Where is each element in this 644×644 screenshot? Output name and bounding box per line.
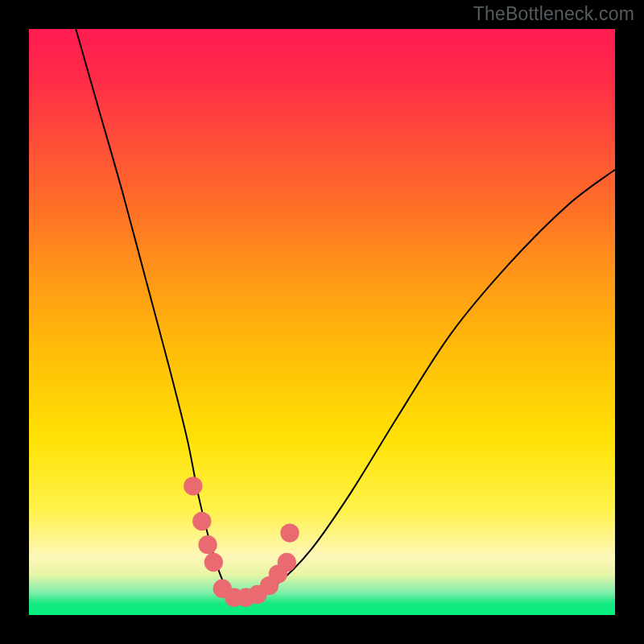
marker-left-1 — [184, 477, 202, 495]
marker-left-3 — [198, 535, 217, 554]
marker-right-3 — [278, 553, 296, 572]
curve-layer — [29, 29, 615, 615]
marker-left-4 — [204, 553, 223, 572]
chart-frame: TheBottleneck.com — [0, 0, 644, 644]
marker-group — [184, 477, 299, 607]
watermark-label: TheBottleneck.com — [473, 3, 634, 25]
marker-left-2 — [192, 512, 211, 530]
bottleneck-curve — [76, 29, 615, 599]
marker-detach — [280, 523, 299, 542]
plot-area — [29, 29, 615, 615]
